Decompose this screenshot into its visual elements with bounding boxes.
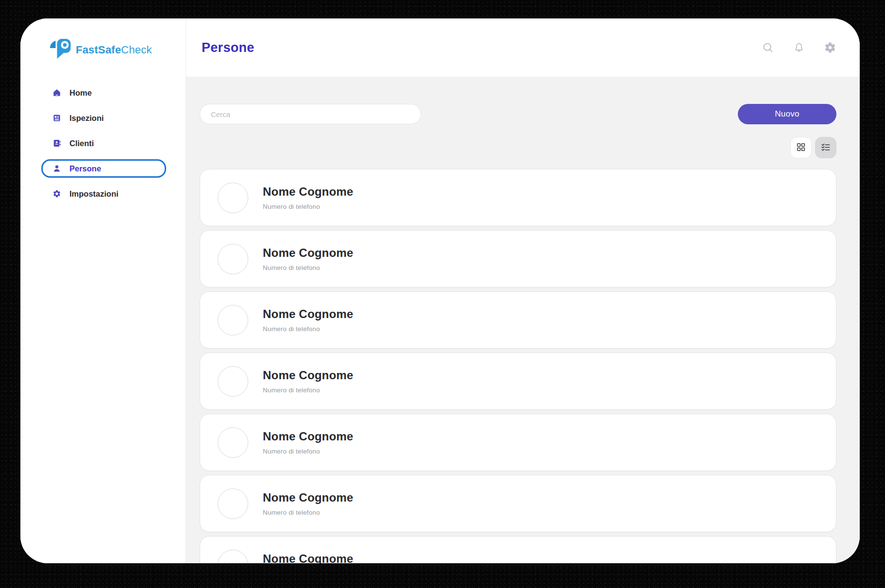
person-list: Nome Cognome Numero di telefono Nome Cog…: [200, 169, 836, 563]
person-name: Nome Cognome: [263, 552, 353, 563]
view-toggle: [200, 137, 836, 158]
brand-logo-icon: [50, 39, 71, 61]
person-card-text: Nome Cognome Numero di telefono: [263, 369, 353, 394]
person-name: Nome Cognome: [263, 185, 353, 199]
person-card-text: Nome Cognome Numero di telefono: [263, 491, 353, 516]
person-card[interactable]: Nome Cognome Numero di telefono: [200, 414, 836, 471]
sidebar-item-label: Home: [69, 88, 92, 98]
person-phone-label: Numero di telefono: [263, 509, 353, 516]
page-title: Persone: [202, 40, 255, 55]
person-card[interactable]: Nome Cognome Numero di telefono: [200, 353, 836, 410]
sidebar-item-label: Persone: [69, 164, 101, 173]
content-area: Nuovo: [186, 77, 860, 563]
brand-word-fast: Fast: [76, 44, 98, 56]
person-card[interactable]: Nome Cognome Numero di telefono: [200, 536, 836, 563]
person-icon: [52, 164, 61, 173]
person-name: Nome Cognome: [263, 307, 353, 321]
toolbar: Nuovo: [200, 104, 836, 124]
checklist-icon: [820, 142, 831, 154]
inspections-icon: [52, 114, 61, 122]
person-phone-label: Numero di telefono: [263, 264, 353, 271]
app-window: FastSafeCheck Home: [20, 18, 860, 563]
clients-icon: [52, 139, 61, 148]
search-icon[interactable]: [761, 41, 774, 54]
avatar: [218, 550, 248, 564]
sidebar-item-label: Impostazioni: [69, 189, 119, 199]
sidebar-item-impostazioni[interactable]: Impostazioni: [41, 185, 166, 203]
sidebar-item-label: Clienti: [69, 139, 94, 148]
person-card-text: Nome Cognome Numero di telefono: [263, 307, 353, 333]
sidebar-item-home[interactable]: Home: [41, 84, 166, 102]
person-card[interactable]: Nome Cognome Numero di telefono: [200, 291, 836, 349]
person-name: Nome Cognome: [263, 369, 353, 382]
brand-name: FastSafeCheck: [76, 44, 152, 56]
gear-icon[interactable]: [823, 41, 836, 54]
person-card[interactable]: Nome Cognome Numero di telefono: [200, 230, 836, 287]
person-card[interactable]: Nome Cognome Numero di telefono: [200, 475, 836, 532]
grid-view-button[interactable]: [790, 137, 812, 158]
person-card[interactable]: Nome Cognome Numero di telefono: [200, 169, 836, 226]
grid-icon: [796, 142, 806, 154]
settings-icon: [52, 189, 61, 198]
person-phone-label: Numero di telefono: [263, 203, 353, 210]
person-card-text: Nome Cognome Numero di telefono: [263, 246, 353, 271]
person-card-text: Nome Cognome Numero di telefono: [263, 552, 353, 563]
person-phone-label: Numero di telefono: [263, 386, 353, 394]
person-card-text: Nome Cognome Numero di telefono: [263, 185, 353, 210]
topbar: Persone: [186, 18, 860, 77]
nuovo-button[interactable]: Nuovo: [738, 104, 836, 124]
brand-word-safe: Safe: [98, 44, 121, 56]
sidebar: FastSafeCheck Home: [20, 18, 186, 563]
avatar: [218, 366, 248, 397]
avatar: [218, 183, 248, 213]
sidebar-item-clienti[interactable]: Clienti: [41, 134, 166, 152]
brand-word-check: Check: [121, 44, 152, 56]
brand-logo: FastSafeCheck: [50, 40, 186, 60]
avatar: [218, 244, 248, 274]
sidebar-nav: Home Ispezioni: [20, 84, 186, 203]
sidebar-item-persone[interactable]: Persone: [41, 159, 166, 178]
person-phone-label: Numero di telefono: [263, 448, 353, 455]
main-area: Persone: [186, 18, 860, 563]
list-view-button[interactable]: [815, 137, 836, 158]
search-input[interactable]: [200, 104, 421, 124]
avatar: [218, 488, 248, 519]
person-name: Nome Cognome: [263, 246, 353, 260]
person-name: Nome Cognome: [263, 430, 353, 443]
home-icon: [52, 88, 61, 97]
person-phone-label: Numero di telefono: [263, 325, 353, 333]
bell-icon[interactable]: [792, 41, 805, 54]
sidebar-item-label: Ispezioni: [69, 114, 104, 123]
sidebar-item-ispezioni[interactable]: Ispezioni: [41, 109, 166, 127]
topbar-icons: [761, 41, 836, 54]
avatar: [218, 427, 248, 458]
avatar: [218, 305, 248, 336]
person-name: Nome Cognome: [263, 491, 353, 504]
person-card-text: Nome Cognome Numero di telefono: [263, 430, 353, 455]
